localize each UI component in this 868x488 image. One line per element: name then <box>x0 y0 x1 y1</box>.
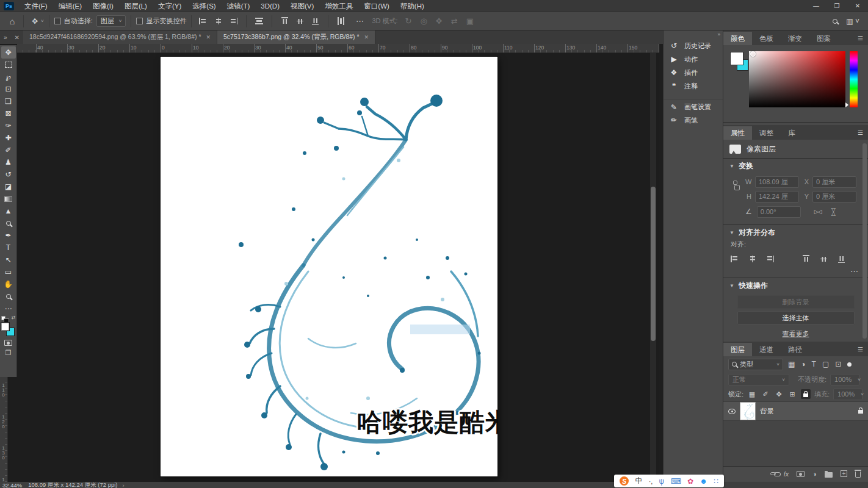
more-options-icon[interactable]: ⋯ <box>353 15 366 28</box>
crop-tool[interactable]: ❏ <box>1 95 16 107</box>
opacity-field[interactable]: 100% ˅ <box>830 374 859 386</box>
filter-pixel-icon[interactable]: ▦ <box>788 360 795 368</box>
x-field[interactable]: 0 厘米 <box>812 176 856 188</box>
tab-close-icon[interactable]: ✕ <box>364 34 369 40</box>
gradient-tool[interactable] <box>1 193 16 205</box>
lock-all[interactable] <box>801 389 811 399</box>
layer-thumbnail[interactable] <box>740 403 755 420</box>
tab-调整[interactable]: 调整 <box>752 126 781 140</box>
pen-tool[interactable]: ✒ <box>1 229 16 242</box>
show-transform-checkbox[interactable] <box>136 18 143 24</box>
align-right-icon[interactable] <box>230 18 237 24</box>
tab-图层[interactable]: 图层 <box>723 343 752 356</box>
align-v-center-icon[interactable] <box>820 255 827 263</box>
shape-tool[interactable]: ▭ <box>1 266 16 278</box>
tab-颜色[interactable]: 颜色 <box>723 32 752 45</box>
object-selection-tool[interactable]: ⊡ <box>1 83 16 95</box>
menu-item-V[interactable]: 视图(V) <box>285 0 319 12</box>
panel-menu-icon[interactable]: ☰ <box>858 32 863 45</box>
tab-通道[interactable]: 通道 <box>752 343 781 356</box>
align-h-center-icon[interactable] <box>748 256 756 262</box>
align-section-header[interactable]: ▼ 对齐并分布 <box>723 225 868 240</box>
align-bottom-icon[interactable] <box>838 255 845 263</box>
flip-vertical-icon[interactable]: ▷◁ <box>831 208 837 215</box>
document-canvas[interactable]: 哈喽我是酷米 <box>161 57 497 476</box>
eyedropper-tool[interactable]: ✑ <box>1 120 16 132</box>
screen-mode-icon[interactable]: ❐ <box>1 348 16 357</box>
lock-pixels[interactable]: ✐ <box>761 389 770 399</box>
default-colors-icon[interactable] <box>1 316 5 320</box>
quick-mask-icon[interactable] <box>1 338 16 348</box>
home-icon[interactable]: ⌂ <box>6 15 18 28</box>
chat-icon[interactable]: ☻ <box>700 477 707 486</box>
link-layers-icon[interactable] <box>770 472 776 475</box>
align-h-center-icon[interactable] <box>214 18 222 24</box>
menu-item-W[interactable]: 窗口(W) <box>358 0 395 12</box>
distribute-v-icon[interactable] <box>255 18 263 24</box>
tab-overflow-icon[interactable]: » <box>0 32 11 44</box>
collapse-panels-icon[interactable]: » <box>718 32 720 37</box>
see-more-link[interactable]: 查看更多 <box>723 329 868 339</box>
menu-grid-icon[interactable]: ∷ <box>714 477 718 486</box>
3d-camera-icon[interactable]: ▣ <box>466 16 474 26</box>
lock-artboard[interactable]: ⊞ <box>787 389 797 399</box>
layer-filter-dropdown[interactable]: 类型 ˅ <box>728 359 783 370</box>
search-icon[interactable] <box>833 19 837 24</box>
vertical-ruler[interactable]: 110120130140 <box>0 377 8 482</box>
edit-toolbar[interactable]: ⋯ <box>1 303 16 315</box>
hue-slider[interactable] <box>850 51 858 107</box>
adjustment-layer-icon[interactable]: ◑ <box>812 470 817 478</box>
menu-item-H[interactable]: 帮助(H) <box>395 0 430 12</box>
3d-orbit-icon[interactable]: ↻ <box>405 16 412 26</box>
menu-item-I[interactable]: 图像(I) <box>87 0 119 12</box>
auto-select-checkbox[interactable] <box>54 18 61 24</box>
menu-item-S[interactable]: 选择(S) <box>187 0 221 12</box>
align-v-center-icon[interactable] <box>297 17 303 25</box>
tab-属性[interactable]: 属性 <box>723 126 752 140</box>
menu-item-L[interactable]: 图层(L) <box>119 0 153 12</box>
link-dimensions-icon[interactable] <box>733 181 737 185</box>
3d-slide-icon[interactable]: ⇄ <box>451 16 458 26</box>
status-caret-icon[interactable]: › <box>123 482 125 488</box>
layer-row-背景[interactable]: 背景 <box>723 401 868 421</box>
menu-item-Y[interactable]: 文字(Y) <box>153 0 187 12</box>
punctuation-icon[interactable]: ·, <box>649 478 653 485</box>
align-more-icon[interactable]: ⋯ <box>723 267 868 278</box>
status-zoom-value[interactable]: 32.44% <box>2 482 22 488</box>
minimize-button[interactable]: — <box>806 0 826 12</box>
chevron-down-icon[interactable]: ˅ <box>41 18 44 24</box>
zoom-tool[interactable] <box>1 290 16 303</box>
dodge-tool[interactable] <box>1 217 16 229</box>
move-tool[interactable]: ✥ <box>1 46 16 59</box>
tab-色板[interactable]: 色板 <box>752 32 781 45</box>
menu-item-3DD[interactable]: 3D(D) <box>255 0 285 12</box>
frame-tool[interactable]: ⊠ <box>1 107 16 120</box>
filter-toggle-icon[interactable] <box>847 362 852 367</box>
healing-brush-tool[interactable]: ✚ <box>1 132 16 144</box>
align-right-icon[interactable] <box>766 256 774 262</box>
quick-actions-header[interactable]: ▼ 快速操作 <box>723 278 868 293</box>
height-field[interactable]: 142.24 厘 <box>755 191 799 203</box>
align-bottom-icon[interactable] <box>312 17 319 25</box>
lasso-tool[interactable]: ℘ <box>1 71 16 83</box>
foreground-color-swatch[interactable] <box>731 52 743 65</box>
menu-item-T[interactable]: 滤镜(T) <box>222 0 256 12</box>
tab-图案[interactable]: 图案 <box>809 32 838 45</box>
distribute-h-icon[interactable] <box>338 17 344 25</box>
layer-effects-icon[interactable]: fx <box>784 470 789 478</box>
y-field[interactable]: 0 厘米 <box>812 191 856 203</box>
angle-field[interactable]: 0.00° <box>757 206 801 218</box>
lock-transparent[interactable]: ▦ <box>747 389 757 399</box>
layer-visibility-icon[interactable] <box>728 409 736 414</box>
transform-section-header[interactable]: ▼ 变换 <box>723 159 868 173</box>
document-tab-2[interactable]: 5c75173c386b7.png @ 32.4% (背景, RGB/8#) *… <box>217 30 375 44</box>
history-brush-tool[interactable]: ↺ <box>1 168 16 181</box>
workspace-switcher-icon[interactable]: ▥ ˅ <box>846 17 859 26</box>
filter-type-icon[interactable]: T <box>812 360 816 368</box>
foreground-color-swatch[interactable] <box>1 322 10 331</box>
3d-roll-icon[interactable]: ◎ <box>421 16 427 26</box>
menu-item-F[interactable]: 文件(F) <box>19 0 53 12</box>
fill-field[interactable]: 100% ˅ <box>833 389 863 400</box>
skin-icon[interactable]: ✿ <box>687 477 693 486</box>
properties-scrollbar[interactable] <box>863 143 867 339</box>
